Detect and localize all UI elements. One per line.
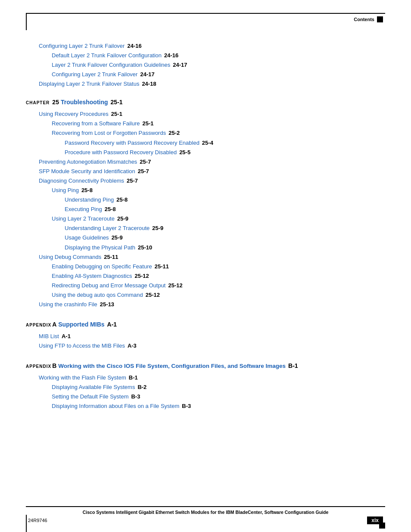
- toc-page-sfp-module-security: 25-7: [138, 167, 149, 176]
- toc-entry-using-recovery: Using Recovery Procedures 25-1: [26, 109, 385, 119]
- toc-link-using-debug-auto-qos[interactable]: Using the debug auto qos Command: [52, 290, 143, 300]
- toc-entry-pw-recovery-disabled: Procedure with Password Recovery Disable…: [26, 148, 385, 157]
- toc-link-working-flash[interactable]: Working with the Flash File System: [39, 373, 126, 383]
- toc-link-pw-recovery-disabled[interactable]: Procedure with Password Recovery Disable…: [65, 148, 177, 157]
- toc-entry-using-ftp-mib: Using FTP to Access the MIB Files A-3: [26, 341, 385, 351]
- appendix-a-label: APPENDIX: [26, 321, 51, 329]
- toc-entry-understanding-ping: Understanding Ping 25-8: [26, 195, 385, 205]
- toc-page-using-ftp-mib: A-3: [128, 341, 137, 351]
- toc-link-using-crashinfo[interactable]: Using the crashinfo File: [39, 300, 97, 309]
- toc-link-enabling-all-system[interactable]: Enabling All-System Diagnostics: [52, 271, 132, 281]
- contents-text: Contents: [354, 17, 374, 22]
- main-content: Configuring Layer 2 Trunk Failover 24-16…: [26, 34, 385, 506]
- toc-link-preventing-autoneg[interactable]: Preventing Autonegotiation Mismatches: [39, 157, 137, 167]
- toc-link-using-ftp-mib[interactable]: Using FTP to Access the MIB Files: [39, 341, 125, 351]
- appendix-a-header: APPENDIX A Supported MIBs A-1: [26, 320, 385, 330]
- top-border: [26, 13, 385, 14]
- toc-link-configuring-l2-trunk-failover-2[interactable]: Configuring Layer 2 Trunk Failover: [52, 70, 137, 79]
- toc-link-diagnosing-connectivity[interactable]: Diagnosing Connectivity Problems: [39, 176, 124, 186]
- toc: Configuring Layer 2 Trunk Failover 24-16…: [26, 34, 385, 411]
- toc-entry-sfp-module-security: SFP Module Security and Identification 2…: [26, 167, 385, 176]
- toc-entry-default-l2-trunk: Default Layer 2 Trunk Failover Configura…: [26, 51, 385, 60]
- toc-entry-enabling-all-system: Enabling All-System Diagnostics 25-12: [26, 271, 385, 281]
- footer-border: [26, 506, 385, 507]
- toc-entry-using-debug-auto-qos: Using the debug auto qos Command 25-12: [26, 290, 385, 300]
- chapter-25-num: 25: [52, 97, 59, 108]
- toc-page-mib-list: A-1: [62, 332, 71, 341]
- toc-entry-enabling-debugging-specific: Enabling Debugging on Specific Feature 2…: [26, 262, 385, 271]
- toc-link-executing-ping[interactable]: Executing Ping: [65, 205, 102, 214]
- toc-page-default-l2-trunk: 24-16: [164, 51, 178, 60]
- toc-page-diagnosing-connectivity: 25-7: [127, 176, 138, 186]
- toc-entry-diagnosing-connectivity: Diagnosing Connectivity Problems 25-7: [26, 176, 385, 186]
- appendix-a-letter: A: [52, 320, 56, 330]
- chapter-25-title[interactable]: Troubleshooting: [61, 97, 108, 108]
- toc-entry-setting-default-fs: Setting the Default File System B-3: [26, 392, 385, 401]
- toc-link-setting-default-fs[interactable]: Setting the Default File System: [52, 392, 128, 401]
- toc-page-enabling-debugging-specific: 25-11: [155, 262, 169, 271]
- toc-entry-understanding-l2-traceroute: Understanding Layer 2 Traceroute 25-9: [26, 224, 385, 233]
- toc-page-displaying-physical-path: 25-10: [138, 243, 152, 252]
- toc-link-sfp-module-security[interactable]: SFP Module Security and Identification: [39, 167, 135, 176]
- left-border: [26, 13, 27, 30]
- toc-page-executing-ping: 25-8: [105, 205, 116, 214]
- footer-center-text: Cisco Systems Intelligent Gigabit Ethern…: [0, 506, 411, 515]
- toc-link-using-l2-traceroute[interactable]: Using Layer 2 Traceroute: [52, 214, 115, 224]
- appendix-b-letter: B: [52, 361, 56, 371]
- toc-link-redirecting-debug[interactable]: Redirecting Debug and Error Message Outp…: [52, 281, 165, 290]
- toc-page-displaying-l2-trunk-status: 24-18: [142, 79, 156, 89]
- toc-entry-recovering-software: Recovering from a Software Failure 25-1: [26, 119, 385, 128]
- toc-page-pw-recovery-disabled: 25-5: [179, 148, 190, 157]
- toc-entry-using-ping: Using Ping 25-8: [26, 186, 385, 195]
- appendix-b-title[interactable]: Working with the Cisco IOS File System, …: [58, 361, 286, 371]
- toc-link-default-l2-trunk[interactable]: Default Layer 2 Trunk Failover Configura…: [52, 51, 162, 60]
- pre-section-spacer: [26, 34, 385, 41]
- toc-link-usage-guidelines[interactable]: Usage Guidelines: [65, 233, 109, 243]
- toc-link-l2-trunk-guidelines[interactable]: Layer 2 Trunk Failover Configuration Gui…: [52, 60, 170, 70]
- toc-link-understanding-ping[interactable]: Understanding Ping: [65, 195, 114, 205]
- toc-entry-using-debug-commands: Using Debug Commands 25-11: [26, 252, 385, 262]
- appendix-b-label: APPENDIX: [26, 363, 51, 370]
- toc-link-using-recovery[interactable]: Using Recovery Procedures: [39, 109, 109, 119]
- toc-link-pw-recovery-enabled[interactable]: Password Recovery with Password Recovery…: [65, 138, 199, 148]
- toc-entry-configuring-l2-trunk-failover: Configuring Layer 2 Trunk Failover 24-16: [26, 41, 385, 51]
- footer-doc-num: 24R9746: [28, 518, 47, 523]
- toc-page-using-crashinfo: 25-13: [100, 300, 114, 309]
- right-footer-square-icon: [379, 523, 385, 529]
- toc-page-redirecting-debug: 25-12: [168, 281, 182, 290]
- appendix-a-title[interactable]: Supported MIBs: [58, 320, 104, 330]
- toc-link-using-ping[interactable]: Using Ping: [52, 186, 79, 195]
- footer: Cisco Systems Intelligent Gigabit Ethern…: [0, 506, 411, 532]
- toc-page-using-recovery: 25-1: [111, 109, 122, 119]
- contents-square-icon: [377, 16, 383, 22]
- toc-link-configuring-l2-trunk-failover[interactable]: Configuring Layer 2 Trunk Failover: [39, 41, 125, 51]
- toc-link-using-debug-commands[interactable]: Using Debug Commands: [39, 252, 101, 262]
- toc-entry-displaying-physical-path: Displaying the Physical Path 25-10: [26, 243, 385, 252]
- toc-link-recovering-software[interactable]: Recovering from a Software Failure: [52, 119, 140, 128]
- toc-entry-l2-trunk-guidelines: Layer 2 Trunk Failover Configuration Gui…: [26, 60, 385, 70]
- toc-link-recovering-passwords[interactable]: Recovering from Lost or Forgotten Passwo…: [52, 128, 166, 138]
- appendix-b-header: APPENDIX B Working with the Cisco IOS Fi…: [26, 361, 385, 371]
- toc-page-usage-guidelines: 25-9: [112, 233, 123, 243]
- toc-entry-displaying-available-fs: Displaying Available File Systems B-2: [26, 383, 385, 392]
- chapter-25-page: 25-1: [111, 97, 123, 108]
- toc-entry-using-l2-traceroute: Using Layer 2 Traceroute 25-9: [26, 214, 385, 224]
- toc-link-mib-list[interactable]: MIB List: [39, 332, 59, 341]
- toc-page-recovering-software: 25-1: [142, 119, 153, 128]
- toc-page-understanding-l2-traceroute: 25-9: [152, 224, 163, 233]
- toc-entry-recovering-passwords: Recovering from Lost or Forgotten Passwo…: [26, 128, 385, 138]
- toc-link-displaying-l2-trunk-status[interactable]: Displaying Layer 2 Trunk Failover Status: [39, 79, 139, 89]
- toc-page-displaying-available-fs: B-2: [137, 383, 146, 392]
- toc-entry-redirecting-debug: Redirecting Debug and Error Message Outp…: [26, 281, 385, 290]
- toc-page-displaying-info-files: B-3: [182, 401, 191, 411]
- appendix-b-page: B-1: [288, 361, 298, 371]
- toc-entry-displaying-l2-trunk-status: Displaying Layer 2 Trunk Failover Status…: [26, 79, 385, 89]
- toc-link-displaying-available-fs[interactable]: Displaying Available File Systems: [52, 383, 135, 392]
- toc-link-enabling-debugging-specific[interactable]: Enabling Debugging on Specific Feature: [52, 262, 152, 271]
- toc-entry-executing-ping: Executing Ping 25-8: [26, 205, 385, 214]
- toc-link-understanding-l2-traceroute[interactable]: Understanding Layer 2 Traceroute: [65, 224, 149, 233]
- toc-link-displaying-info-files[interactable]: Displaying Information about Files on a …: [52, 401, 179, 411]
- toc-link-displaying-physical-path[interactable]: Displaying the Physical Path: [65, 243, 135, 252]
- toc-entry-using-crashinfo: Using the crashinfo File 25-13: [26, 300, 385, 309]
- toc-entry-mib-list: MIB List A-1: [26, 332, 385, 341]
